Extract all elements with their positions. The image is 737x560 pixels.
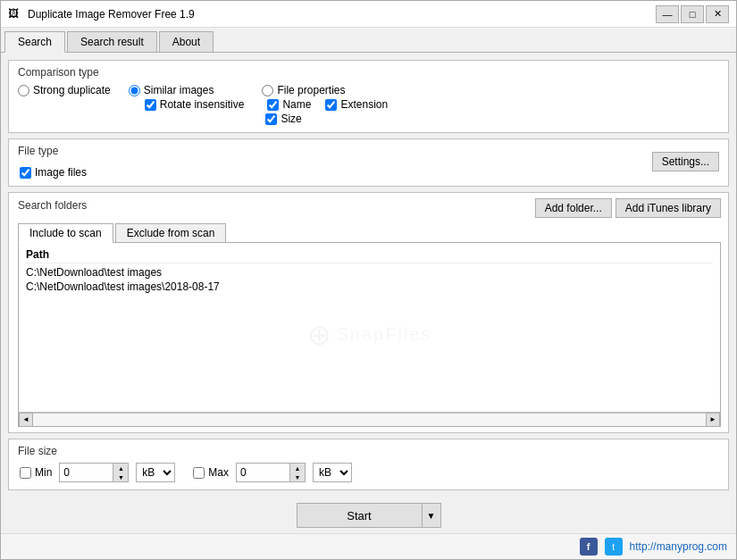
size-checkbox[interactable] (265, 113, 277, 125)
max-unit-select[interactable]: B kB MB GB (313, 463, 352, 482)
radio-similar-input[interactable] (129, 85, 140, 96)
folder-tabs: Include to scan Exclude from scan (18, 223, 721, 243)
file-type-section: File type Image files Settings... (8, 138, 729, 187)
window-title: Duplicate Image Remover Free 1.9 (28, 8, 195, 21)
tab-about[interactable]: About (159, 31, 214, 52)
facebook-button[interactable]: f (580, 538, 598, 556)
start-button-group: Start ▼ (297, 503, 441, 528)
comparison-type-section: Comparison type Strong duplicate Similar… (8, 60, 729, 133)
file-size-label: File size (18, 445, 719, 457)
rotate-insensitive-label: Rotate insensitive (160, 98, 245, 111)
title-bar: 🖼 Duplicate Image Remover Free 1.9 — □ ✕ (1, 1, 736, 28)
radio-strong-label: Strong duplicate (33, 84, 111, 96)
main-content: Comparison type Strong duplicate Similar… (1, 53, 736, 497)
max-label: Max (208, 466, 229, 479)
minimize-button[interactable]: — (656, 5, 679, 23)
extension-checkbox-group[interactable]: Extension (325, 98, 388, 111)
max-checkbox[interactable] (193, 467, 205, 479)
search-folders-label: Search folders (18, 199, 87, 212)
min-spin-up[interactable]: ▲ (113, 464, 128, 472)
folders-buttons: Add folder... Add iTunes library (535, 198, 721, 218)
radio-strong-duplicate[interactable]: Strong duplicate (18, 84, 111, 96)
image-files-label: Image files (35, 166, 87, 179)
max-value-input[interactable] (236, 463, 289, 482)
add-itunes-button[interactable]: Add iTunes library (616, 198, 721, 218)
radio-strong-input[interactable] (18, 85, 29, 96)
name-checkbox[interactable] (267, 99, 279, 111)
folder-list-container: Path C:\NetDownload\test images C:\NetDo… (18, 243, 721, 427)
min-spinner: ▲ ▼ (113, 463, 129, 482)
name-checkbox-group[interactable]: Name (267, 98, 311, 111)
start-dropdown-button[interactable]: ▼ (422, 503, 441, 528)
title-bar-left: 🖼 Duplicate Image Remover Free 1.9 (8, 7, 195, 21)
max-spin-up[interactable]: ▲ (290, 464, 305, 472)
radio-file-properties[interactable]: File properties (262, 84, 388, 96)
extension-checkbox[interactable] (325, 99, 337, 111)
close-button[interactable]: ✕ (706, 5, 729, 23)
file-size-section: File size Min ▲ ▼ B kB MB (8, 439, 729, 490)
bottom-bar: Start ▼ (1, 497, 736, 533)
max-checkbox-group[interactable]: Max (193, 466, 229, 479)
filesize-row: Min ▲ ▼ B kB MB GB (18, 463, 719, 482)
extension-label: Extension (340, 98, 388, 111)
min-checkbox[interactable] (20, 467, 31, 479)
min-checkbox-group[interactable]: Min (20, 466, 52, 479)
add-folder-button[interactable]: Add folder... (535, 198, 612, 218)
scroll-right-arrow[interactable]: ► (706, 413, 720, 427)
start-button[interactable]: Start (297, 503, 422, 528)
radio-similar-images[interactable]: Similar images (129, 84, 245, 96)
tab-search[interactable]: Search (4, 31, 65, 53)
folder-path-1[interactable]: C:\NetDownload\test images (26, 265, 713, 280)
size-checkbox-group[interactable]: Size (265, 113, 388, 125)
footer: f t http://manyprog.com (1, 533, 736, 559)
radio-fileprops-input[interactable] (262, 85, 273, 96)
min-value-input[interactable] (59, 463, 113, 482)
max-spin-down[interactable]: ▼ (290, 472, 305, 481)
comparison-type-label: Comparison type (18, 66, 719, 79)
scrollbar-track[interactable] (33, 413, 706, 427)
folder-tab-exclude[interactable]: Exclude from scan (115, 223, 227, 242)
folders-header: Search folders Add folder... Add iTunes … (18, 198, 721, 218)
rotate-insensitive-checkbox[interactable] (145, 99, 156, 111)
website-link[interactable]: http://manyprog.com (630, 540, 727, 553)
rotate-insensitive-group[interactable]: Rotate insensitive (145, 98, 245, 111)
main-window: 🖼 Duplicate Image Remover Free 1.9 — □ ✕… (0, 0, 737, 560)
file-type-left: File type Image files (18, 145, 87, 179)
name-label: Name (282, 98, 311, 111)
horizontal-scrollbar[interactable]: ◄ ► (19, 412, 720, 426)
max-spinner: ▲ ▼ (289, 463, 306, 482)
search-folders-section: Search folders Add folder... Add iTunes … (8, 192, 729, 433)
folder-list[interactable]: Path C:\NetDownload\test images C:\NetDo… (19, 243, 720, 412)
path-header: Path (26, 247, 713, 263)
max-value-group: ▲ ▼ (236, 463, 306, 482)
image-files-group[interactable]: Image files (20, 166, 87, 179)
title-bar-controls: — □ ✕ (656, 5, 729, 23)
folder-tab-include[interactable]: Include to scan (18, 223, 113, 243)
twitter-button[interactable]: t (605, 538, 623, 556)
image-files-checkbox[interactable] (20, 167, 31, 179)
min-value-group: ▲ ▼ (59, 463, 129, 482)
min-unit-select[interactable]: B kB MB GB (136, 463, 175, 482)
settings-button[interactable]: Settings... (652, 152, 719, 171)
app-icon: 🖼 (8, 7, 22, 21)
restore-button[interactable]: □ (681, 5, 704, 23)
file-type-label: File type (18, 145, 87, 157)
min-label: Min (35, 466, 52, 479)
min-spin-down[interactable]: ▼ (113, 472, 128, 481)
main-tabs: Search Search result About (1, 28, 736, 53)
tab-search-result[interactable]: Search result (67, 31, 157, 52)
folder-path-2[interactable]: C:\NetDownload\test images\2018-08-17 (26, 280, 713, 294)
scroll-left-arrow[interactable]: ◄ (19, 413, 33, 427)
size-label: Size (281, 113, 301, 125)
radio-similar-label: Similar images (144, 84, 214, 96)
radio-fileprops-label: File properties (277, 84, 345, 96)
